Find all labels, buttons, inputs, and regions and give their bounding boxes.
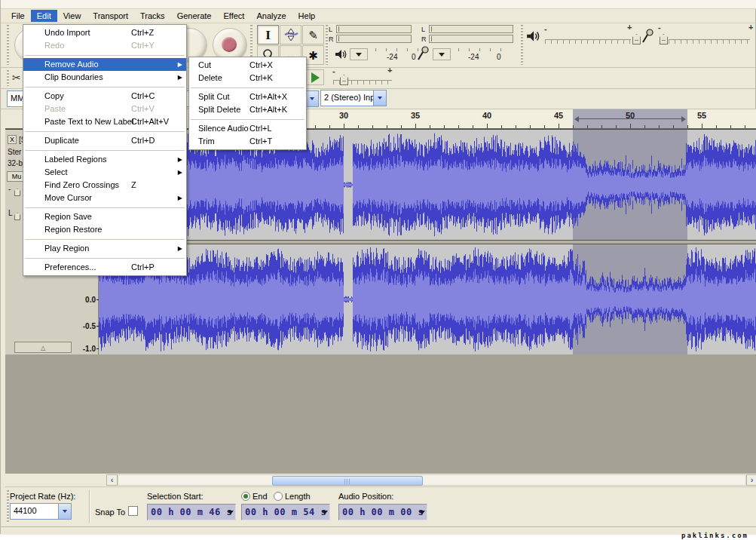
cut-tool-icon[interactable]: ✂: [12, 72, 21, 84]
gain-slider-thumb[interactable]: [14, 189, 20, 196]
menu-item-move-cursor[interactable]: Move Cursor▶: [23, 192, 186, 204]
menubar-item-effect[interactable]: Effect: [218, 10, 251, 22]
submenu-arrow-icon: ▶: [178, 71, 182, 84]
menu-item-label: Delete: [198, 72, 222, 84]
menu-item-cut[interactable]: CutCtrl+X: [189, 59, 306, 72]
snap-to-checkbox[interactable]: [128, 506, 138, 516]
submenu-arrow-icon: ▶: [178, 166, 182, 179]
scroll-right-button[interactable]: ›: [746, 474, 756, 486]
project-rate-select[interactable]: 44100: [10, 503, 72, 520]
menubar-item-analyze[interactable]: Analyze: [250, 10, 292, 22]
ruler-tick: [702, 124, 702, 128]
track-collapse-button[interactable]: △: [14, 342, 72, 353]
menu-item-label: Cut: [198, 59, 211, 72]
menu-item-paste[interactable]: PasteCtrl+V: [23, 103, 186, 115]
menu-item-split-cut[interactable]: Split CutCtrl+Alt+X: [189, 91, 306, 103]
edit-toolbar-gripper[interactable]: [7, 70, 9, 86]
menu-item-copy[interactable]: CopyCtrl+C: [23, 90, 186, 103]
ruler-label-45: 45: [554, 111, 563, 120]
ruler-tick: [730, 125, 731, 128]
menu-item-select[interactable]: Select▶: [23, 166, 186, 179]
menubar-item-transport[interactable]: Transport: [87, 10, 134, 22]
play-icon: [311, 72, 320, 83]
time-format-dropdown-icon[interactable]: [322, 511, 328, 514]
menu-item-shortcut: Ctrl+T: [249, 135, 272, 148]
ruler-tick: [387, 125, 387, 128]
ruler-tick: [444, 125, 445, 128]
time-format-dropdown-icon[interactable]: [228, 511, 234, 514]
track-close-button[interactable]: X: [8, 135, 17, 144]
end-radio-label[interactable]: End: [253, 492, 268, 501]
scroll-left-button[interactable]: ‹: [106, 474, 118, 486]
ruler-label-35: 35: [411, 111, 420, 120]
menubar-item-tracks[interactable]: Tracks: [134, 10, 171, 22]
menu-item-region-restore[interactable]: Region Restore: [23, 223, 186, 236]
track-info-line2: 32-b: [8, 159, 23, 167]
end-radio[interactable]: [241, 492, 250, 501]
menu-item-duplicate[interactable]: DuplicateCtrl+D: [23, 134, 186, 147]
ruler-tick: [687, 125, 688, 128]
ruler-tick: [415, 124, 416, 128]
menubar-item-edit[interactable]: Edit: [31, 10, 57, 22]
menu-item-silence-audio[interactable]: Silence AudioCtrl+L: [189, 122, 306, 135]
menu-item-remove-audio[interactable]: Remove Audio▶: [23, 58, 186, 71]
rec-meter-left-label: L: [421, 26, 425, 33]
mixer-toolbar-gripper[interactable]: [521, 25, 523, 65]
selection-tool-button[interactable]: I: [257, 25, 279, 44]
menu-item-trim[interactable]: TrimCtrl+T: [189, 135, 306, 148]
play-meter-scale-ticks: [375, 48, 421, 51]
combo-arrow-button[interactable]: [305, 91, 318, 106]
menu-separator: [189, 84, 306, 91]
menu-item-play-region[interactable]: Play Region▶: [23, 242, 186, 255]
remove-audio-submenu: CutCtrl+XDeleteCtrl+KSplit CutCtrl+Alt+X…: [188, 57, 307, 150]
menu-item-paste-text-to-new-label[interactable]: Paste Text to New LabelCtrl+Alt+V: [23, 115, 186, 128]
transport-toolbar-gripper[interactable]: [7, 25, 9, 65]
combo-arrow-button[interactable]: [58, 504, 71, 519]
menu-item-preferences[interactable]: Preferences...Ctrl+P: [23, 261, 186, 274]
envelope-tool-button[interactable]: [280, 25, 301, 44]
waveform-display[interactable]: [99, 130, 756, 354]
length-radio[interactable]: [274, 492, 283, 501]
speaker-icon: [335, 49, 347, 60]
audio-host-select[interactable]: MME: [7, 91, 24, 107]
input-volume-slider[interactable]: [669, 39, 750, 44]
selection-toolbar-gripper[interactable]: [7, 490, 9, 523]
audio-position-field[interactable]: 00 h 00 m 00 s: [338, 504, 427, 520]
menu-item-split-delete[interactable]: Split DeleteCtrl+Alt+K: [189, 103, 306, 116]
menu-separator: [23, 236, 186, 242]
scrollbar-thumb[interactable]: [272, 476, 423, 486]
selection-end-field[interactable]: 00 h 00 m 54 s: [241, 504, 330, 520]
scrollbar-track[interactable]: [118, 474, 746, 486]
time-format-dropdown-icon[interactable]: [419, 511, 425, 514]
menu-item-region-save[interactable]: Region Save: [23, 210, 186, 223]
draw-tool-button[interactable]: ✎: [302, 25, 324, 44]
menu-item-labeled-regions[interactable]: Labeled Regions▶: [23, 153, 186, 166]
menu-item-delete[interactable]: DeleteCtrl+K: [189, 72, 306, 84]
rec-meter-left-bar: [429, 25, 513, 33]
menu-item-clip-boundaries[interactable]: Clip Boundaries▶: [23, 71, 186, 84]
meter-toolbar-gripper[interactable]: [326, 25, 328, 65]
db-label-neg10: -1.0: [83, 345, 96, 353]
ruler-tick: [530, 125, 531, 128]
menu-item-undo-import[interactable]: Undo ImportCtrl+Z: [23, 26, 186, 39]
combo-arrow-button[interactable]: [373, 91, 386, 106]
play-meter-right-label: R: [329, 35, 334, 43]
menubar-item-help[interactable]: Help: [292, 10, 322, 22]
menu-item-redo[interactable]: RedoCtrl+Y: [23, 39, 186, 52]
play-meter-dropdown[interactable]: [350, 48, 368, 60]
rec-meter-dropdown[interactable]: [433, 48, 451, 60]
menu-item-label: Preferences...: [44, 261, 96, 274]
menubar-item-view[interactable]: View: [57, 10, 87, 22]
input-volume-thumb[interactable]: [660, 34, 668, 44]
length-radio-label[interactable]: Length: [285, 492, 311, 501]
menu-item-find-zero-crossings[interactable]: Find Zero CrossingsZ: [23, 179, 186, 192]
input-channels-select[interactable]: 2 (Stereo) Inp: [320, 90, 387, 106]
transcription-play-button[interactable]: [306, 69, 324, 85]
menubar-item-file[interactable]: File: [5, 10, 31, 22]
menubar-item-generate[interactable]: Generate: [171, 10, 218, 22]
transcription-speed-thumb[interactable]: [340, 75, 348, 85]
pan-slider-thumb[interactable]: [14, 213, 20, 220]
selection-start-field[interactable]: 00 h 00 m 46 s: [147, 504, 236, 520]
output-volume-slider[interactable]: [545, 39, 631, 44]
output-volume-thumb[interactable]: [632, 34, 641, 44]
